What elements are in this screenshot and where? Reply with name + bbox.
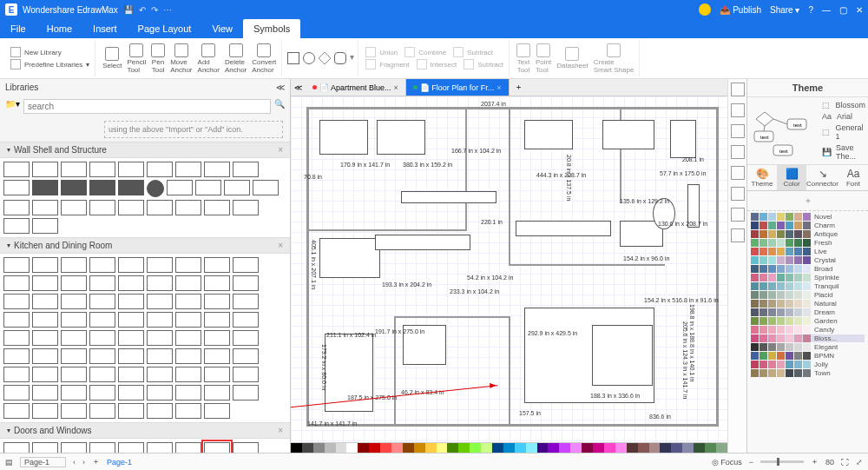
color-swatch[interactable] bbox=[705, 443, 716, 453]
group-button[interactable] bbox=[731, 124, 745, 138]
color-swatch[interactable] bbox=[515, 443, 526, 453]
palette-novel[interactable]: Novel bbox=[751, 213, 865, 221]
theme-opt-2[interactable]: ⬚General 1 bbox=[822, 123, 865, 141]
color-swatch[interactable] bbox=[447, 443, 458, 453]
library-symbol[interactable] bbox=[233, 442, 259, 453]
palette-broad[interactable]: Broad bbox=[751, 265, 865, 273]
menu-symbols[interactable]: Symbols bbox=[243, 19, 300, 38]
library-symbol[interactable] bbox=[3, 294, 30, 309]
library-symbol[interactable] bbox=[118, 442, 144, 453]
palette-bloss[interactable]: Bloss... bbox=[751, 334, 865, 342]
lock-button[interactable] bbox=[731, 145, 745, 159]
library-symbol[interactable] bbox=[204, 403, 230, 419]
library-symbol[interactable] bbox=[147, 257, 173, 273]
library-symbol[interactable] bbox=[147, 162, 173, 177]
library-symbol[interactable] bbox=[32, 162, 58, 177]
library-symbol[interactable] bbox=[147, 275, 173, 291]
library-symbol[interactable] bbox=[204, 257, 230, 273]
pencil-tool-button[interactable]: PencilTool bbox=[125, 42, 148, 76]
palette-placid[interactable]: Placid bbox=[751, 291, 865, 299]
color-swatch[interactable] bbox=[313, 443, 325, 453]
zoom-in-button[interactable]: ＋ bbox=[811, 456, 819, 467]
color-swatch[interactable] bbox=[649, 443, 661, 453]
point-tool-button[interactable]: PointTool bbox=[534, 42, 553, 76]
maximize-icon[interactable]: ▢ bbox=[839, 5, 847, 15]
boolean-intersect[interactable]: Intersect bbox=[417, 59, 457, 70]
insert-button[interactable] bbox=[731, 228, 745, 242]
library-symbol[interactable] bbox=[147, 330, 173, 346]
menu-insert[interactable]: Insert bbox=[82, 19, 128, 38]
library-symbol[interactable] bbox=[89, 180, 115, 195]
library-symbol[interactable] bbox=[61, 200, 87, 215]
library-symbol[interactable] bbox=[61, 403, 87, 419]
library-symbol[interactable] bbox=[61, 257, 87, 273]
select-button[interactable]: Select bbox=[101, 45, 123, 71]
redo-icon[interactable]: ↷ bbox=[151, 5, 158, 15]
add-theme-button[interactable]: ＋ bbox=[747, 191, 868, 211]
predefine-libraries-button[interactable]: Predefine Libraries▾ bbox=[10, 59, 89, 70]
library-symbol[interactable] bbox=[89, 312, 115, 328]
theme-tab-color[interactable]: 🟦Color bbox=[777, 165, 806, 190]
library-symbol[interactable] bbox=[89, 330, 115, 346]
search-input[interactable] bbox=[23, 99, 271, 114]
library-symbol[interactable] bbox=[175, 348, 201, 364]
menu-page-layout[interactable]: Page Layout bbox=[128, 19, 202, 38]
library-symbol[interactable] bbox=[175, 442, 201, 453]
create-smart-shape-button[interactable]: CreateSmart Shape bbox=[592, 42, 636, 76]
theme-opt-1[interactable]: AaArial bbox=[822, 112, 865, 121]
library-symbol[interactable] bbox=[118, 385, 144, 400]
library-symbol[interactable] bbox=[61, 442, 87, 453]
color-swatch[interactable] bbox=[548, 443, 559, 453]
library-symbol[interactable] bbox=[118, 275, 144, 291]
boolean-subtract[interactable]: Subtract bbox=[453, 47, 493, 57]
menu-view[interactable]: View bbox=[201, 19, 243, 38]
library-symbol[interactable] bbox=[118, 294, 144, 309]
section-kitchen-and-dining-room[interactable]: Kitchen and Dining Room× bbox=[0, 237, 290, 254]
palette-fresh[interactable]: Fresh bbox=[751, 239, 865, 247]
close-icon[interactable]: ✕ bbox=[856, 5, 863, 15]
color-swatch[interactable] bbox=[526, 443, 537, 453]
color-swatch[interactable] bbox=[559, 443, 570, 453]
palette-antique[interactable]: Antique bbox=[751, 230, 865, 238]
library-symbol[interactable] bbox=[233, 257, 259, 273]
library-symbol[interactable] bbox=[204, 330, 230, 346]
color-swatch[interactable] bbox=[660, 443, 671, 453]
color-swatch[interactable] bbox=[291, 443, 302, 453]
tabs-collapse-icon[interactable]: ≪ bbox=[291, 83, 306, 92]
library-symbol[interactable] bbox=[233, 330, 259, 346]
pen-tool-button[interactable]: PenTool bbox=[149, 42, 167, 76]
library-symbol[interactable] bbox=[204, 442, 230, 453]
new-tab-button[interactable]: ＋ bbox=[510, 82, 528, 93]
library-symbol[interactable] bbox=[89, 294, 115, 309]
color-swatch[interactable] bbox=[458, 443, 470, 453]
library-symbol[interactable] bbox=[118, 330, 144, 346]
palette-candy[interactable]: Candy bbox=[751, 326, 865, 334]
library-symbol[interactable] bbox=[3, 162, 30, 177]
library-symbol[interactable] bbox=[147, 385, 173, 400]
color-swatch[interactable] bbox=[570, 443, 582, 453]
library-symbol[interactable] bbox=[147, 442, 173, 453]
library-symbol[interactable] bbox=[175, 385, 201, 400]
share-button[interactable]: Share ▾ bbox=[770, 5, 799, 15]
theme-opt-3[interactable]: 💾Save The... bbox=[822, 143, 865, 161]
library-symbol[interactable] bbox=[204, 162, 230, 177]
theme-tab-font[interactable]: AaFont bbox=[838, 165, 868, 190]
prev-sheet-button[interactable]: ‹ bbox=[73, 458, 76, 467]
help-icon[interactable]: ? bbox=[808, 5, 813, 15]
align-button[interactable] bbox=[731, 103, 745, 117]
library-symbol[interactable] bbox=[3, 348, 30, 364]
library-symbol[interactable] bbox=[3, 367, 30, 382]
color-swatch[interactable] bbox=[358, 443, 369, 453]
color-swatch[interactable] bbox=[694, 443, 705, 453]
library-symbol[interactable] bbox=[224, 180, 250, 195]
color-swatch[interactable] bbox=[403, 443, 414, 453]
palette-bpmn[interactable]: BPMN bbox=[751, 352, 865, 360]
library-symbol[interactable] bbox=[233, 385, 259, 400]
library-symbol[interactable] bbox=[3, 403, 30, 419]
color-swatch[interactable] bbox=[391, 443, 403, 453]
color-swatch[interactable] bbox=[302, 443, 313, 453]
library-symbol[interactable] bbox=[195, 180, 221, 195]
library-symbol[interactable] bbox=[32, 275, 58, 291]
library-symbol[interactable] bbox=[118, 312, 144, 328]
undo-icon[interactable]: ↶ bbox=[139, 5, 146, 15]
